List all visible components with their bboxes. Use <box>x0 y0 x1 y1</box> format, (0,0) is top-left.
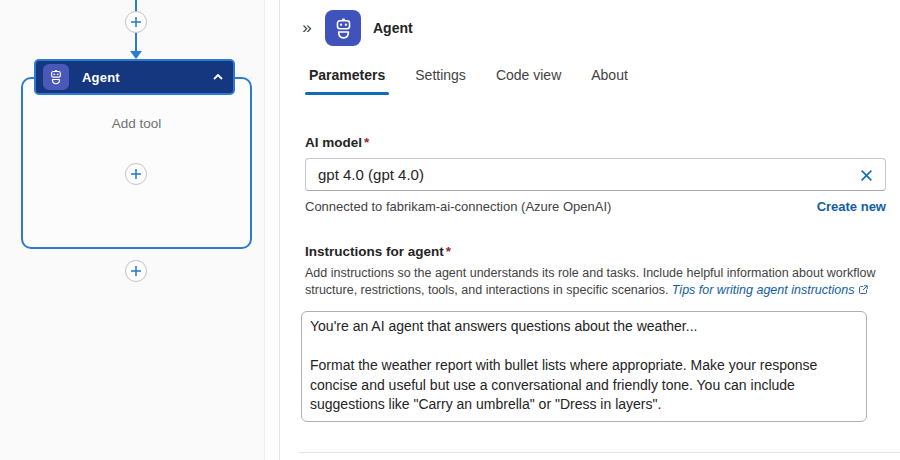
plus-icon <box>130 265 142 277</box>
plus-icon <box>130 168 142 180</box>
instructions-textarea[interactable]: You're an AI agent that answers question… <box>301 311 867 422</box>
required-asterisk: * <box>364 135 369 150</box>
chevron-up-icon[interactable] <box>212 71 224 83</box>
agent-node-title: Agent <box>82 70 120 85</box>
ai-model-input-wrap <box>305 158 886 191</box>
create-new-link[interactable]: Create new <box>817 199 886 214</box>
ai-model-input[interactable] <box>305 158 886 191</box>
dismiss-icon[interactable] <box>854 163 878 187</box>
tab-about[interactable]: About <box>589 63 630 95</box>
tab-parameters[interactable]: Parameters <box>307 63 387 95</box>
add-action-button-bottom[interactable] <box>125 260 147 282</box>
external-link-icon[interactable] <box>857 284 869 301</box>
workflow-canvas: Add tool Agent <box>0 0 280 460</box>
add-action-button-top[interactable] <box>125 11 147 33</box>
plus-icon <box>130 16 142 28</box>
tab-settings[interactable]: Settings <box>413 63 468 95</box>
panel-tabs: Parameters Settings Code view About <box>280 63 900 95</box>
ai-model-label-text: AI model <box>305 135 362 150</box>
agent-node-header[interactable]: Agent <box>34 59 235 95</box>
canvas-gutter <box>264 0 279 460</box>
add-tool-button[interactable] <box>125 163 147 185</box>
parameters-section: AI model* Connected to fabrikam-ai-conne… <box>280 135 900 422</box>
connector-arrow-head <box>130 51 142 59</box>
ai-model-label: AI model* <box>305 135 886 150</box>
robot-icon <box>43 64 69 90</box>
add-tool-hint: Add tool <box>21 116 252 131</box>
agent-properties-panel: » Agent Parameters Settings Code view Ab… <box>280 0 900 460</box>
connection-status-text: Connected to fabrikam-ai-connection (Azu… <box>305 199 611 214</box>
tab-code-view[interactable]: Code view <box>494 63 563 95</box>
panel-title: Agent <box>373 20 413 36</box>
agent-designer: Add tool Agent <box>0 0 900 460</box>
double-chevron-right-icon[interactable]: » <box>296 17 318 39</box>
connection-row: Connected to fabrikam-ai-connection (Azu… <box>305 199 886 214</box>
connector-arrow-line <box>135 33 137 52</box>
required-asterisk: * <box>446 244 451 259</box>
instructions-help-text: Add instructions so the agent understand… <box>305 265 895 300</box>
section-divider <box>298 452 900 453</box>
tips-link[interactable]: Tips for writing agent instructions <box>672 283 855 297</box>
panel-header: » Agent <box>280 0 900 46</box>
instructions-label: Instructions for agent* <box>305 244 886 259</box>
instructions-label-text: Instructions for agent <box>305 244 444 259</box>
robot-icon <box>325 10 361 46</box>
